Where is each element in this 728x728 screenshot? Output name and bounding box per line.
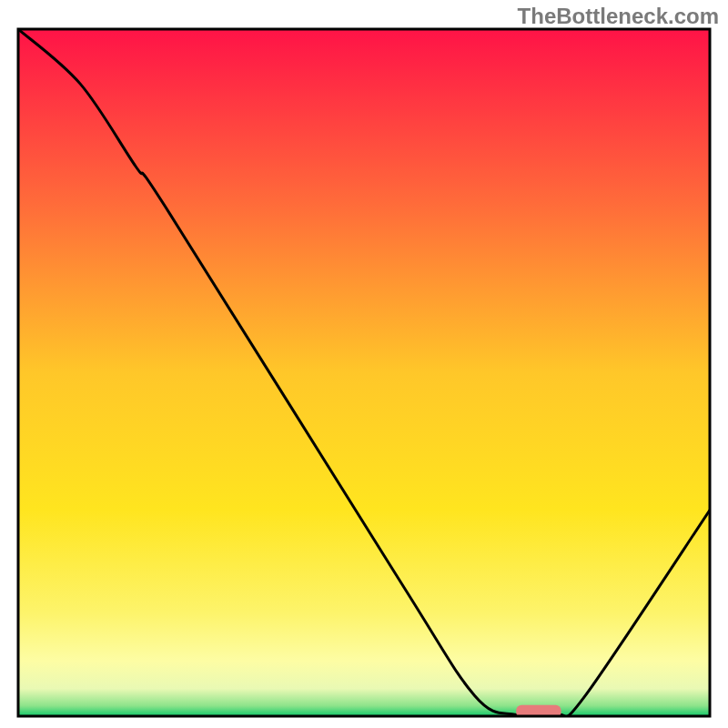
bottleneck-curve-plot <box>0 0 728 728</box>
gradient-background <box>18 29 710 716</box>
chart-stage: TheBottleneck.com <box>0 0 728 728</box>
